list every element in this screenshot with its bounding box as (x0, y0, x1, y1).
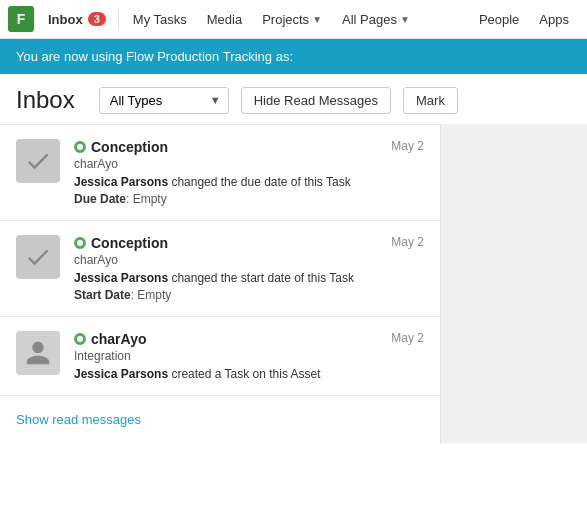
item-sub: Integration (74, 349, 424, 363)
person-icon (24, 339, 52, 367)
item-actor: Jessica Parsons (74, 175, 168, 189)
item-body: Conception May 2 charAyo Jessica Parsons… (74, 139, 424, 206)
avatar (16, 139, 60, 183)
nav-item-my-tasks[interactable]: My Tasks (123, 8, 197, 31)
avatar (16, 331, 60, 375)
status-dot (74, 237, 86, 249)
inbox-area: Conception May 2 charAyo Jessica Parsons… (0, 124, 440, 443)
mark-button[interactable]: Mark (403, 87, 458, 114)
nav-item-projects[interactable]: Projects ▼ (252, 8, 332, 31)
nav-label-media: Media (207, 12, 242, 27)
nav-label-all-pages: All Pages (342, 12, 397, 27)
table-row[interactable]: Conception May 2 charAyo Jessica Parsons… (0, 221, 440, 317)
item-date: May 2 (391, 331, 424, 345)
item-meta: Due Date: Empty (74, 192, 424, 206)
nav-item-all-pages[interactable]: All Pages ▼ (332, 8, 420, 31)
table-row[interactable]: charAyo May 2 Integration Jessica Parson… (0, 317, 440, 396)
inbox-badge: 3 (88, 12, 106, 26)
nav-item-people[interactable]: People (469, 8, 529, 31)
avatar (16, 235, 60, 279)
page-title: Inbox (16, 86, 75, 114)
chevron-down-icon: ▼ (400, 14, 410, 25)
inbox-list: Conception May 2 charAyo Jessica Parsons… (0, 124, 440, 396)
status-dot (74, 333, 86, 345)
meta-label: Start Date (74, 288, 131, 302)
item-name: charAyo (91, 331, 147, 347)
item-name: Conception (91, 139, 168, 155)
item-title-row: Conception (74, 139, 381, 155)
nav-label-projects: Projects (262, 12, 309, 27)
status-dot (74, 141, 86, 153)
nav-label-people: People (479, 12, 519, 27)
item-header: Conception May 2 (74, 235, 424, 251)
show-read-messages-link[interactable]: Show read messages (16, 412, 141, 427)
item-date: May 2 (391, 139, 424, 153)
hide-read-messages-button[interactable]: Hide Read Messages (241, 87, 391, 114)
item-action: changed the due date of this Task (168, 175, 351, 189)
nav-divider (118, 9, 119, 29)
right-panel (440, 124, 587, 443)
nav-label-apps: Apps (539, 12, 569, 27)
item-actor: Jessica Parsons (74, 367, 168, 381)
type-filter-select[interactable]: All Types Messages Tasks Notes (99, 87, 229, 114)
item-header: Conception May 2 (74, 139, 424, 155)
banner-text: You are now using Flow Production Tracki… (16, 49, 293, 64)
item-header: charAyo May 2 (74, 331, 424, 347)
filter-select-wrapper: All Types Messages Tasks Notes ▼ (99, 87, 229, 114)
checkmark-icon (24, 147, 52, 175)
app-logo: F (8, 6, 34, 32)
nav-item-apps[interactable]: Apps (529, 8, 579, 31)
item-meta: Start Date: Empty (74, 288, 424, 302)
table-row[interactable]: Conception May 2 charAyo Jessica Parsons… (0, 125, 440, 221)
navbar: F Inbox 3 My Tasks Media Projects ▼ All … (0, 0, 587, 39)
item-action: changed the start date of this Task (168, 271, 354, 285)
nav-label-my-tasks: My Tasks (133, 12, 187, 27)
item-body: Conception May 2 charAyo Jessica Parsons… (74, 235, 424, 302)
item-date: May 2 (391, 235, 424, 249)
meta-sep: : (126, 192, 133, 206)
main-layout: Conception May 2 charAyo Jessica Parsons… (0, 124, 587, 443)
nav-item-media[interactable]: Media (197, 8, 252, 31)
item-desc: Jessica Parsons changed the start date o… (74, 271, 424, 285)
show-read-section: Show read messages (0, 396, 440, 443)
item-sub: charAyo (74, 253, 424, 267)
page-header: Inbox All Types Messages Tasks Notes ▼ H… (0, 74, 587, 124)
inbox-nav-label: Inbox (48, 12, 83, 27)
chevron-down-icon: ▼ (312, 14, 322, 25)
item-title-row: Conception (74, 235, 381, 251)
item-actor: Jessica Parsons (74, 271, 168, 285)
meta-label: Due Date (74, 192, 126, 206)
item-name: Conception (91, 235, 168, 251)
item-action: created a Task on this Asset (168, 367, 321, 381)
item-sub: charAyo (74, 157, 424, 171)
info-banner: You are now using Flow Production Tracki… (0, 39, 587, 74)
item-body: charAyo May 2 Integration Jessica Parson… (74, 331, 424, 381)
meta-value: Empty (137, 288, 171, 302)
item-title-row: charAyo (74, 331, 381, 347)
meta-value: Empty (133, 192, 167, 206)
inbox-nav-button[interactable]: Inbox 3 (40, 8, 114, 31)
checkmark-icon (24, 243, 52, 271)
item-desc: Jessica Parsons changed the due date of … (74, 175, 424, 189)
item-desc: Jessica Parsons created a Task on this A… (74, 367, 424, 381)
